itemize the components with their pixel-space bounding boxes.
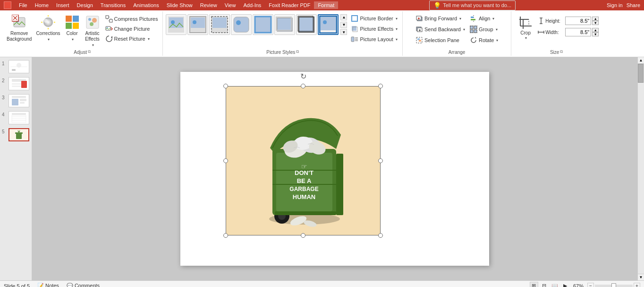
bring-forward-dropdown[interactable]: ▾ [459, 17, 461, 21]
menu-format[interactable]: Format [314, 1, 338, 9]
width-down[interactable]: ▼ [592, 32, 599, 36]
crop-dropdown[interactable]: ▾ [525, 36, 527, 40]
rotate-handle[interactable]: ↻ [300, 73, 306, 79]
change-picture-button[interactable]: Change Picture [103, 24, 160, 34]
zoom-slider[interactable] [595, 285, 633, 287]
handle-middle-right[interactable] [378, 158, 383, 163]
slide-sorter-btn[interactable]: ⊟ [540, 282, 549, 287]
zoom-in-btn[interactable]: + [634, 283, 640, 287]
gallery-scroll-down[interactable]: ▼ [340, 22, 347, 28]
handle-middle-left[interactable] [223, 158, 228, 163]
bring-forward-button[interactable]: Bring Forward ▾ [414, 13, 467, 24]
handle-bottom-right[interactable] [378, 233, 383, 238]
rotate-button[interactable]: Rotate ▾ [468, 35, 500, 45]
width-icon-label: Width: [538, 29, 564, 35]
reading-view-btn[interactable]: 📖 [551, 282, 559, 287]
group-button[interactable]: Group ▾ [468, 24, 500, 35]
tell-me-search[interactable]: 💡 Tell me what you want to do... [429, 0, 516, 10]
selection-pane-button[interactable]: Selection Pane [414, 35, 467, 45]
menu-addins[interactable]: Add-Ins [239, 1, 265, 9]
compress-label: Compress Pictures [114, 16, 158, 22]
effects-dropdown[interactable]: ▾ [396, 27, 398, 31]
gallery-more[interactable]: ▾ [340, 29, 347, 35]
height-input[interactable] [565, 17, 591, 25]
menu-slideshow[interactable]: Slide Show [163, 1, 196, 9]
picture-layout-button[interactable]: Picture Layout ▾ [349, 34, 399, 44]
compress-pictures-button[interactable]: Compress Pictures [103, 14, 160, 24]
share-btn[interactable]: Share [627, 2, 640, 8]
artistic-dropdown[interactable]: ▾ [92, 43, 94, 47]
reset-dropdown[interactable]: ▾ [148, 37, 150, 41]
slideshow-btn[interactable]: ▶ [561, 282, 569, 287]
width-input[interactable] [565, 28, 591, 36]
handle-bottom-left[interactable] [223, 233, 228, 238]
group-dropdown[interactable]: ▾ [496, 27, 498, 32]
border-dropdown[interactable]: ▾ [396, 17, 398, 21]
handle-bottom-center[interactable] [301, 233, 305, 238]
style-thumb-1[interactable] [166, 14, 186, 35]
rotate-dropdown[interactable]: ▾ [496, 38, 498, 43]
menu-design[interactable]: Design [73, 1, 97, 9]
size-dialog-launcher[interactable]: ⧉ [560, 49, 563, 54]
selected-image[interactable]: ↻ [226, 86, 381, 235]
height-down[interactable]: ▼ [592, 21, 599, 25]
picture-styles-dialog-launcher[interactable]: ⧉ [296, 49, 299, 54]
gallery-scroll-up[interactable]: ▲ [340, 14, 347, 20]
style-thumb-4[interactable] [231, 14, 252, 35]
menu-view[interactable]: View [221, 1, 240, 9]
reset-picture-button[interactable]: Reset Picture ▾ [103, 34, 160, 43]
style-thumb-3[interactable] [209, 14, 230, 35]
zoom-thumb[interactable] [611, 283, 616, 287]
artistic-effects-button[interactable]: ArtisticEffects ▾ [82, 13, 103, 49]
normal-view-btn[interactable]: ⊞ [530, 282, 538, 287]
menu-transitions[interactable]: Transitions [97, 1, 129, 9]
handle-top-left[interactable] [223, 84, 228, 88]
corrections-dropdown[interactable]: ▾ [48, 37, 50, 42]
menu-file[interactable]: File [15, 1, 31, 9]
scroll-up-btn[interactable]: ▲ [638, 57, 644, 64]
style-thumb-5[interactable] [253, 14, 273, 35]
width-label: Width: [545, 30, 564, 35]
handle-top-center[interactable] [301, 84, 305, 88]
adjust-dialog-launcher[interactable]: ⧉ [88, 49, 91, 54]
scroll-down-btn[interactable]: ▼ [638, 274, 644, 280]
notes-btn[interactable]: 📝 Notes [37, 283, 59, 287]
style-thumb-8[interactable] [318, 14, 339, 35]
height-up[interactable]: ▲ [592, 17, 599, 21]
send-backward-dropdown[interactable]: ▾ [463, 27, 465, 32]
picture-effects-icon [351, 25, 358, 33]
slide-thumb-1[interactable]: 1 [0, 59, 32, 74]
scroll-thumb[interactable] [638, 64, 644, 83]
style-thumb-6[interactable] [274, 14, 295, 35]
remove-background-button[interactable]: RemoveBackground [5, 13, 34, 43]
color-button[interactable]: Color ▾ [63, 13, 82, 43]
style-thumb-2[interactable] [187, 14, 208, 35]
ribbon: RemoveBackground [0, 10, 644, 57]
align-dropdown[interactable]: ▾ [492, 17, 494, 21]
slide-thumb-3[interactable]: 3 [0, 93, 32, 108]
menu-animations[interactable]: Animations [129, 1, 162, 9]
corrections-button[interactable]: Corrections ▾ [34, 13, 62, 43]
slide-thumb-2[interactable]: 2 [0, 76, 32, 91]
send-backward-button[interactable]: Send Backward ▾ [414, 24, 467, 35]
slide-thumb-5[interactable]: 5 [0, 127, 32, 142]
layout-dropdown[interactable]: ▾ [396, 37, 398, 42]
menu-foxit[interactable]: Foxit Reader PDF [265, 1, 314, 9]
align-button[interactable]: Align ▾ [468, 13, 500, 24]
svg-text:☞: ☞ [301, 163, 307, 170]
sign-in-btn[interactable]: Sign in [607, 2, 623, 8]
slide-img-4 [8, 111, 29, 124]
comments-btn[interactable]: 💬 Comments [67, 283, 100, 287]
handle-top-right[interactable] [378, 84, 383, 88]
color-dropdown[interactable]: ▾ [72, 37, 74, 42]
style-thumb-7[interactable] [296, 14, 317, 35]
picture-border-button[interactable]: Picture Border ▾ [349, 13, 399, 24]
crop-button[interactable]: Crop ▾ [514, 13, 537, 42]
menu-review[interactable]: Review [196, 1, 221, 9]
width-up[interactable]: ▲ [592, 28, 599, 32]
picture-effects-button[interactable]: Picture Effects ▾ [349, 24, 399, 34]
menu-insert[interactable]: Insert [52, 1, 73, 9]
slide-thumb-4[interactable]: 4 [0, 110, 32, 125]
zoom-out-btn[interactable]: − [587, 283, 594, 287]
menu-home[interactable]: Home [31, 1, 52, 9]
